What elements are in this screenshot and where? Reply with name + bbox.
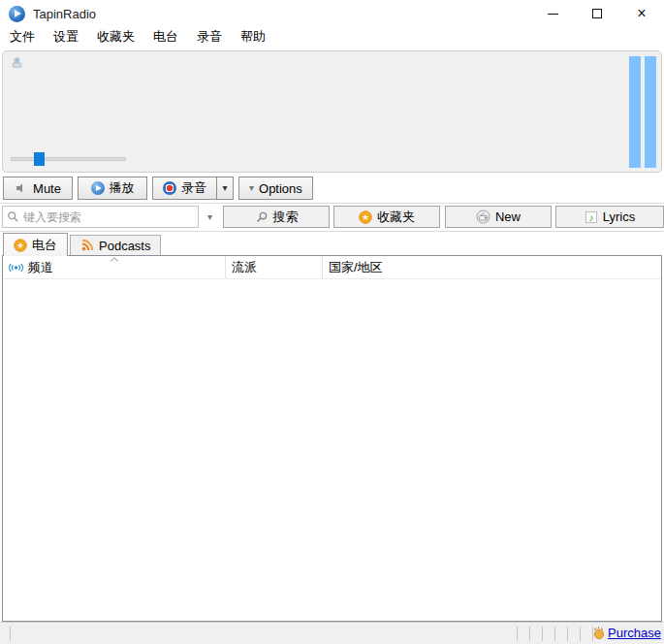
column-label-genre: 流派 (232, 259, 257, 276)
minimize-button[interactable] (530, 0, 575, 27)
purchase-link[interactable]: Purchase (591, 626, 661, 640)
sort-ascending-icon (110, 257, 119, 262)
separator-line (0, 231, 664, 232)
purchase-icon (591, 626, 606, 640)
purchase-link-text[interactable]: Purchase (608, 626, 661, 640)
radio-icon (476, 209, 490, 224)
menu-item-radio[interactable]: 电台 (153, 27, 184, 47)
options-button[interactable]: ▾ Options (238, 177, 313, 200)
svg-text:★: ★ (16, 241, 24, 250)
chevron-down-icon: ▾ (249, 183, 254, 193)
broadcast-icon (9, 261, 23, 274)
station-table: 频道 流派 国家/地区 (2, 255, 662, 622)
player-display-panel (2, 50, 662, 173)
new-button-label: New (495, 209, 521, 224)
mute-label: Mute (33, 181, 61, 196)
statusbar: Purchase (0, 622, 664, 644)
statusbar-separator (10, 627, 11, 641)
search-box (2, 206, 199, 228)
table-header: 频道 流派 国家/地区 (3, 256, 661, 279)
rss-icon (80, 239, 94, 252)
record-split-button: 录音 ▾ (152, 177, 234, 200)
menubar: 文件 设置 收藏夹 电台 录音 帮助 (0, 27, 664, 47)
speaker-icon (15, 181, 28, 195)
record-dropdown-button[interactable]: ▾ (216, 177, 234, 200)
tab-podcasts[interactable]: Podcasts (70, 235, 161, 255)
record-icon (163, 181, 176, 195)
tab-stations[interactable]: ★ 电台 (3, 233, 68, 256)
star-badge-icon: ★ (359, 210, 372, 224)
search-button[interactable]: 搜索 (223, 206, 330, 228)
column-label-country: 国家/地区 (329, 259, 383, 276)
vu-meter-right (645, 56, 656, 168)
svg-text:♪: ♪ (588, 211, 593, 222)
column-header-genre[interactable]: 流派 (226, 256, 323, 278)
favorites-button[interactable]: ★ 收藏夹 (333, 206, 440, 228)
volume-thumb[interactable] (34, 152, 45, 166)
play-label: 播放 (110, 179, 135, 197)
menu-item-file[interactable]: 文件 (10, 27, 41, 47)
menu-item-settings[interactable]: 设置 (53, 27, 84, 47)
play-button[interactable]: 播放 (78, 177, 147, 200)
favorites-button-label: 收藏夹 (377, 209, 415, 226)
search-icon (255, 210, 269, 224)
statusbar-separator (517, 627, 518, 641)
tabbar: ★ 电台 Podcasts (3, 233, 161, 256)
search-row: ▾ 搜索 ★ 收藏夹 New (2, 206, 662, 228)
search-input[interactable] (23, 210, 194, 224)
volume-slider[interactable] (11, 152, 126, 166)
tab-stations-label: 电台 (32, 237, 57, 254)
window-title: TapinRadio (33, 7, 96, 21)
statusbar-separator (580, 627, 581, 641)
chevron-down-icon: ▾ (207, 212, 212, 222)
search-history-dropdown[interactable]: ▾ (202, 206, 218, 228)
statusbar-separator (554, 627, 555, 641)
lyrics-button-label: Lyrics (603, 209, 635, 224)
statusbar-separator (542, 627, 543, 641)
menu-item-favorites[interactable]: 收藏夹 (97, 27, 141, 47)
lyrics-note-icon: ♪ (585, 210, 598, 224)
statusbar-separator (567, 627, 568, 641)
lyrics-button[interactable]: ♪ Lyrics (555, 206, 664, 228)
maximize-button[interactable] (575, 0, 619, 27)
mute-button[interactable]: Mute (3, 177, 73, 200)
vu-meters (629, 56, 656, 168)
new-stations-button[interactable]: New (445, 206, 552, 228)
maximize-icon (592, 9, 602, 18)
vu-meter-left (629, 56, 641, 168)
column-header-country[interactable]: 国家/地区 (323, 256, 661, 278)
svg-text:★: ★ (362, 212, 369, 222)
play-icon (91, 181, 105, 195)
radio-icon (11, 56, 23, 69)
search-icon (7, 210, 19, 223)
statusbar-separator (529, 627, 530, 641)
column-label-channel: 频道 (28, 259, 53, 276)
star-badge-icon: ★ (14, 239, 27, 252)
app-icon[interactable] (9, 6, 25, 22)
minimize-icon (548, 14, 558, 15)
record-label: 录音 (181, 179, 206, 197)
record-button[interactable]: 录音 (152, 177, 216, 200)
player-toolbar: Mute 播放 录音 ▾ ▾ Options (3, 177, 313, 200)
menu-item-help[interactable]: 帮助 (240, 27, 271, 47)
separator-line (0, 203, 664, 204)
chevron-down-icon: ▾ (222, 183, 227, 193)
tab-podcasts-label: Podcasts (99, 239, 150, 253)
options-label: Options (259, 181, 302, 196)
station-list[interactable] (3, 280, 661, 621)
window-controls: × (530, 0, 664, 27)
close-button[interactable]: × (619, 0, 664, 27)
titlebar: TapinRadio × (0, 0, 664, 27)
column-header-channel[interactable]: 频道 (3, 256, 226, 278)
close-icon: × (637, 6, 646, 21)
volume-track[interactable] (11, 157, 126, 161)
menu-item-record[interactable]: 录音 (197, 27, 228, 47)
search-button-label: 搜索 (273, 209, 299, 226)
